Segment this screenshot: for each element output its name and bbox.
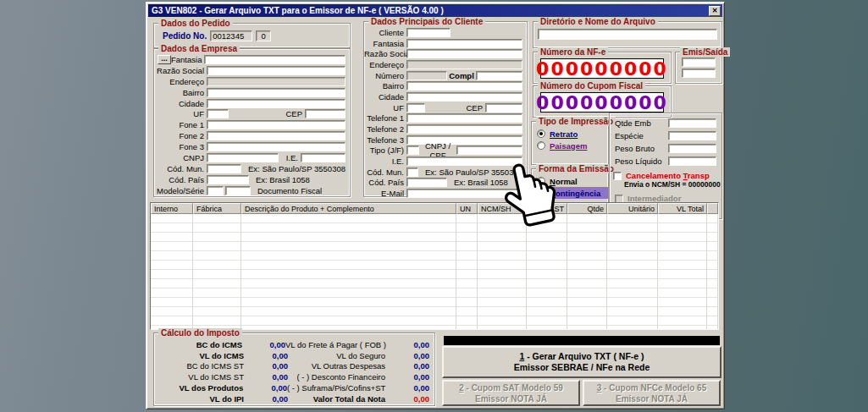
imposto-value: 0,00 (244, 394, 288, 404)
group-title: Número do Cupom Fiscal (538, 81, 645, 91)
saida-input[interactable] (682, 69, 716, 78)
cupom-sat-button[interactable]: 2 - Cupom SAT Modelo 59 Emissor NOTA JÁ (442, 380, 580, 406)
empresa-endereco-input[interactable] (207, 77, 346, 86)
checkbox-icon (613, 172, 622, 180)
emis-input[interactable] (682, 58, 716, 67)
grid-column (567, 214, 607, 329)
imposto-value: 0,00 (244, 361, 288, 371)
imposto-label: VL Outras Despesas (288, 361, 385, 371)
cliente-codigo-input[interactable] (406, 28, 451, 37)
close-button[interactable]: ✕ (709, 6, 721, 16)
especie-input[interactable] (668, 131, 716, 140)
cliente-tel2-input[interactable] (406, 124, 522, 134)
radio-button-icon (537, 141, 545, 150)
radio-retrato-label: Retrato (550, 129, 578, 139)
cliente-fantasia-input[interactable] (406, 39, 522, 48)
cliente-numero-label: Número (364, 71, 406, 80)
group-dados-empresa: Dados da Empresa ... Fantasia Razão Soci… (153, 48, 351, 197)
cliente-bairro-input[interactable] (406, 81, 522, 91)
cliente-codmun-input[interactable] (406, 168, 418, 177)
imposto-value: 0,00 (385, 361, 429, 371)
empresa-razao-input[interactable] (207, 66, 346, 75)
empresa-fone2-input[interactable] (207, 131, 346, 140)
empresa-fone3-input[interactable] (207, 142, 346, 151)
empresa-endereco-label: Endereço (154, 77, 207, 86)
group-title: Dados da Empresa (158, 44, 240, 53)
cliente-tel1-input[interactable] (406, 113, 522, 123)
imposto-label: Valor Total da Nota (288, 394, 385, 404)
imposto-value: 0,00 (243, 383, 287, 393)
cliente-numero-input[interactable] (406, 71, 447, 80)
arquivo-input[interactable] (538, 29, 717, 40)
grid-header-unitario[interactable]: Unitário (607, 203, 658, 214)
cliente-codmun-label: Cód. Mun. (364, 168, 406, 177)
pedido-sub-value[interactable]: 0 (256, 30, 271, 41)
peso-liquido-input[interactable] (668, 157, 716, 166)
cliente-tipo-label: Tipo (J/F) (364, 146, 406, 155)
empresa-cep-input[interactable] (305, 109, 346, 118)
cliente-ie-label: I.E. (364, 157, 406, 166)
peso-bruto-input[interactable] (668, 144, 716, 153)
cliente-compl-label: Compl (447, 71, 476, 80)
empresa-razao-label: Razão Social (154, 66, 207, 75)
black-separator-bar (444, 336, 720, 345)
imposto-value: 0,00 (242, 340, 285, 349)
grid-header-interno[interactable]: Interno (151, 203, 193, 214)
empresa-codmun-hint: Ex: São Paulo/SP 3550308 (241, 164, 346, 173)
cupom-nfce-button[interactable]: 3 - Cupom NFCe Modelo 65 Emissor NOTA JÁ (583, 380, 721, 406)
nfe-number-display[interactable]: 000000000 (540, 58, 664, 79)
imposto-label: VL do Frete á Pagar ( FOB ) (285, 340, 386, 349)
grid-column (151, 214, 193, 329)
grid-header-un[interactable]: UN (456, 203, 478, 214)
cliente-endereco-input[interactable] (406, 60, 522, 69)
empresa-fone1-input[interactable] (207, 120, 346, 129)
qtde-emb-label: Qtde Emb (615, 118, 668, 128)
imposto-label: VL do ICMS ST (159, 372, 244, 382)
grid-header-vltotal[interactable]: VL Total (658, 203, 707, 214)
product-grid: Interno Fábrica Descrição do Produto + C… (150, 202, 719, 330)
cliente-cnpjcpf-input[interactable] (456, 146, 522, 155)
grid-body[interactable] (151, 214, 718, 329)
checkbox-cancelamento[interactable]: Cancelamento Transp (610, 171, 721, 180)
cliente-razao-input[interactable] (406, 49, 522, 58)
cliente-uf-input[interactable] (406, 103, 425, 113)
radio-retrato[interactable]: Retrato (532, 128, 608, 140)
browse-button[interactable]: ... (158, 55, 171, 64)
empresa-fantasia-input[interactable] (204, 55, 346, 64)
actions-panel: 1 - Gerar Arquivo TXT ( NF-e ) Emissor S… (441, 333, 722, 408)
empresa-cidade-input[interactable] (207, 99, 346, 108)
grid-header-qtde[interactable]: Qtde (567, 203, 607, 214)
group-title: Dados Principais do Cliente (368, 17, 485, 26)
cliente-cep-input[interactable] (485, 103, 522, 113)
empresa-serie-input[interactable] (225, 186, 251, 195)
imposto-label: VL do Seguro (288, 351, 385, 360)
empresa-uf-input[interactable] (207, 109, 229, 118)
cliente-cidade-input[interactable] (406, 92, 522, 102)
group-arquivo: Diretório e Nome do Arquivo (533, 21, 722, 48)
grid-column (658, 214, 707, 329)
cliente-compl-input[interactable] (476, 71, 522, 80)
cliente-tipo-input[interactable] (406, 146, 419, 155)
empresa-bairro-input[interactable] (207, 88, 346, 97)
radio-paisagem[interactable]: Paisagem (532, 140, 608, 151)
grid-header-fabrica[interactable]: Fábrica (193, 203, 241, 214)
empresa-codmun-input[interactable] (207, 164, 241, 173)
qtde-emb-input[interactable] (668, 118, 716, 128)
cliente-codpais-input[interactable] (406, 178, 447, 187)
cliente-uf-label: UF (364, 103, 406, 113)
empresa-modelo-label: Modelo/Série (154, 186, 207, 195)
empresa-modelo-input[interactable] (207, 186, 224, 195)
empresa-cidade-label: Cidade (154, 99, 207, 108)
cupom-number-display[interactable]: 000000000 (540, 92, 664, 113)
empresa-fone3-label: Fone 3 (154, 142, 207, 151)
empresa-codpais-input[interactable] (207, 175, 249, 184)
imposto-label: VL do IPI (159, 394, 244, 404)
empresa-ie-input[interactable] (301, 153, 346, 162)
grid-header-descricao[interactable]: Descrição do Produto + Complemento (241, 203, 456, 214)
title-bar[interactable]: G3 VEN802 - Gerar Arquivo TXT para o Emi… (148, 4, 722, 17)
pedido-no-value[interactable]: 0012345 (210, 30, 252, 41)
cliente-tel1-label: Telefone 1 (364, 113, 406, 123)
gerar-arquivo-txt-button[interactable]: 1 - Gerar Arquivo TXT ( NF-e ) Emissor S… (442, 346, 721, 378)
button-line1: 1 - Gerar Arquivo TXT ( NF-e ) (519, 351, 644, 362)
empresa-cnpj-input[interactable] (207, 153, 279, 162)
